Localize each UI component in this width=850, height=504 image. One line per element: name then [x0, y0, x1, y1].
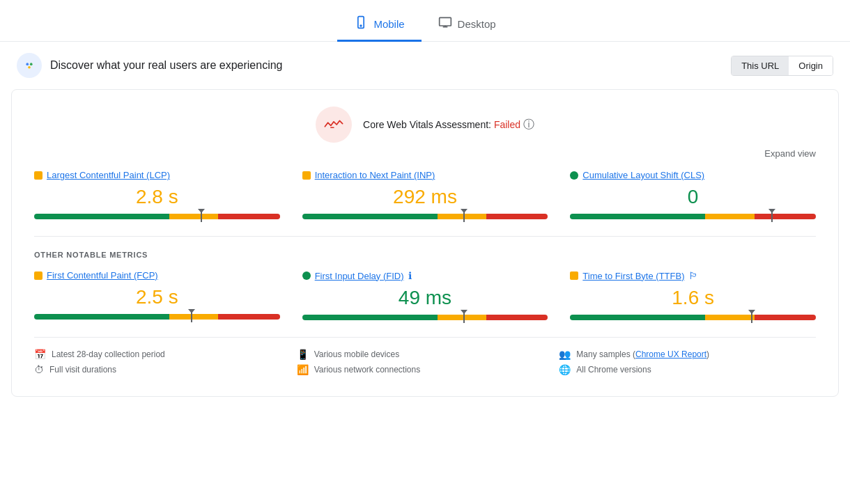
tab-desktop[interactable]: Desktop	[422, 8, 513, 42]
expand-link[interactable]: Expand view	[764, 148, 816, 159]
metric-value-cls: 0	[570, 186, 816, 208]
metric-bar-cls	[570, 214, 816, 219]
bar-orange-fid	[438, 315, 487, 320]
metric-value-fcp: 2.5 s	[34, 286, 280, 308]
metric-label-row-cls: Cumulative Layout Shift (CLS)	[570, 170, 816, 180]
tab-mobile[interactable]: Mobile	[337, 8, 421, 42]
metric-bar-inp	[302, 214, 548, 219]
mobile-icon	[354, 15, 368, 33]
ttfb-flag-icon: 🏳	[688, 270, 698, 281]
tab-mobile-label: Mobile	[373, 18, 404, 30]
footer-grid: 📅Latest 28-day collection period⏱Full vi…	[34, 337, 816, 379]
bar-marker-fcp	[191, 311, 192, 322]
bar-orange-inp	[438, 214, 487, 219]
metric-bar-fcp	[34, 314, 280, 320]
bar-green-lcp	[34, 214, 169, 219]
metric-lcp: Largest Contentful Paint (LCP) 2.8 s	[34, 170, 280, 219]
bar-orange-ttfb	[705, 315, 755, 320]
tabs-bar: Mobile Desktop	[0, 0, 850, 42]
metric-value-fid: 49 ms	[302, 287, 548, 309]
metric-bar-ttfb	[570, 315, 816, 320]
svg-rect-2	[439, 17, 451, 26]
footer-icon: 👥	[559, 349, 571, 360]
bar-track-fid	[302, 315, 548, 320]
metric-label-row-inp: Interaction to Next Paint (INP)	[302, 170, 548, 180]
page-wrapper: Mobile Desktop Di	[0, 0, 850, 397]
metric-dot-ttfb	[570, 271, 578, 280]
footer-item: 🌐All Chrome versions	[559, 364, 816, 375]
bar-green-ttfb	[570, 315, 705, 320]
footer-text: Many samples (Chrome UX Report)	[576, 349, 709, 359]
core-metrics-grid: Largest Contentful Paint (LCP) 2.8 s Int…	[34, 170, 816, 219]
assessment-status: Failed	[494, 119, 520, 130]
svg-point-8	[28, 66, 31, 69]
metric-label-row-fid: First Input Delay (FID) ℹ	[302, 270, 548, 281]
crux-icon	[17, 53, 42, 78]
footer-col-3: 👥Many samples (Chrome UX Report)🌐All Chr…	[559, 349, 816, 379]
svg-point-1	[361, 25, 362, 26]
expand-row: Expand view	[34, 148, 816, 159]
metric-cls: Cumulative Layout Shift (CLS) 0	[570, 170, 816, 219]
footer-text: All Chrome versions	[576, 365, 651, 375]
metric-label-row-fcp: First Contentful Paint (FCP)	[34, 270, 280, 281]
metric-label-row-lcp: Largest Contentful Paint (LCP)	[34, 170, 280, 180]
bar-red-fcp	[218, 314, 279, 320]
footer-icon: ⏱	[34, 364, 44, 375]
metric-inp: Interaction to Next Paint (INP) 292 ms	[302, 170, 548, 219]
bar-red-ttfb	[755, 315, 816, 320]
assessment-info-icon[interactable]: ⓘ	[523, 118, 534, 130]
footer-icon: 📶	[297, 364, 309, 375]
header-row: Discover what your real users are experi…	[0, 42, 850, 89]
metric-bar-lcp	[34, 214, 280, 219]
bar-marker-ttfb	[751, 312, 752, 323]
footer-text: Latest 28-day collection period	[52, 349, 165, 359]
metric-label-lcp[interactable]: Largest Contentful Paint (LCP)	[47, 170, 170, 180]
footer-item: 📅Latest 28-day collection period	[34, 349, 291, 360]
footer-item: 👥Many samples (Chrome UX Report)	[559, 349, 816, 360]
desktop-icon	[438, 15, 452, 33]
bar-marker-fid	[463, 312, 465, 323]
metric-dot-cls	[570, 171, 578, 180]
bar-green-fcp	[34, 314, 169, 320]
metric-label-ttfb[interactable]: Time to First Byte (TTFB)	[582, 271, 684, 281]
other-metrics-grid: First Contentful Paint (FCP) 2.5 s First…	[34, 270, 816, 320]
url-toggle-this-url[interactable]: This URL	[732, 56, 789, 75]
bar-track-inp	[302, 214, 548, 219]
bar-red-fid	[486, 315, 548, 320]
svg-point-5	[23, 59, 36, 72]
assessment-icon	[316, 107, 352, 143]
metric-fid: First Input Delay (FID) ℹ 49 ms	[302, 270, 548, 320]
bar-red-inp	[486, 214, 548, 219]
main-card: Core Web Vitals Assessment: Failed ⓘ Exp…	[11, 89, 839, 397]
footer-crux-link[interactable]: Chrome UX Report	[635, 349, 706, 359]
other-metrics-label: OTHER NOTABLE METRICS	[34, 251, 816, 259]
metric-label-fid[interactable]: First Input Delay (FID)	[315, 271, 404, 281]
bar-orange-lcp	[169, 214, 219, 219]
footer-icon: 📅	[34, 349, 46, 360]
footer-item: 📶Various network connections	[297, 364, 554, 375]
metric-label-fcp[interactable]: First Contentful Paint (FCP)	[47, 270, 158, 281]
bar-green-inp	[302, 214, 438, 219]
metric-dot-inp	[302, 171, 311, 180]
url-toggle: This URL Origin	[731, 56, 833, 76]
fid-info-icon[interactable]: ℹ	[408, 270, 412, 281]
footer-col-2: 📱Various mobile devices📶Various network …	[297, 349, 554, 379]
tab-desktop-label: Desktop	[458, 18, 496, 30]
bar-green-fid	[302, 315, 438, 320]
footer-col-1: 📅Latest 28-day collection period⏱Full vi…	[34, 349, 291, 379]
metric-label-inp[interactable]: Interaction to Next Paint (INP)	[315, 170, 435, 180]
bar-marker-cls	[771, 211, 773, 222]
bar-orange-fcp	[169, 314, 219, 320]
section-divider	[34, 236, 816, 237]
bar-track-ttfb	[570, 315, 816, 320]
metric-dot-lcp	[34, 171, 42, 180]
url-toggle-origin[interactable]: Origin	[789, 56, 833, 75]
assessment-header: Core Web Vitals Assessment: Failed ⓘ	[34, 107, 816, 143]
metric-value-lcp: 2.8 s	[34, 186, 280, 208]
metric-label-cls[interactable]: Cumulative Layout Shift (CLS)	[582, 170, 704, 180]
footer-icon: 📱	[297, 349, 309, 360]
bar-red-lcp	[218, 214, 279, 219]
bar-marker-lcp	[201, 211, 202, 222]
footer-text: Full visit durations	[49, 365, 116, 375]
footer-item: ⏱Full visit durations	[34, 364, 291, 375]
